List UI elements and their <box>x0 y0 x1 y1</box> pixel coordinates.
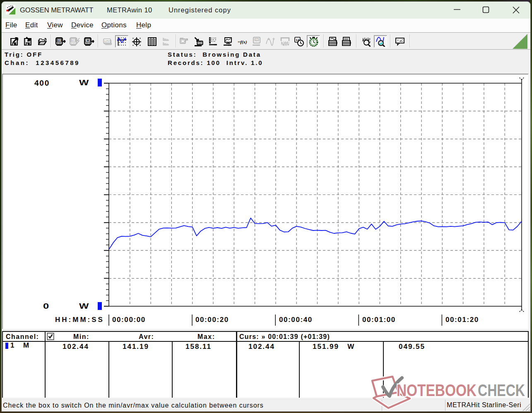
svg-text:M: M <box>86 38 89 42</box>
svg-text:321: 321 <box>254 38 259 41</box>
svg-text:1257: 1257 <box>104 39 110 42</box>
svg-text:CHECK: CHECK <box>478 381 525 399</box>
svg-text:=f(x): =f(x) <box>238 39 247 45</box>
svg-text:321: 321 <box>57 38 62 42</box>
svg-text:321: 321 <box>71 38 76 42</box>
svg-text:NOTEBOOK: NOTEBOOK <box>397 381 477 399</box>
